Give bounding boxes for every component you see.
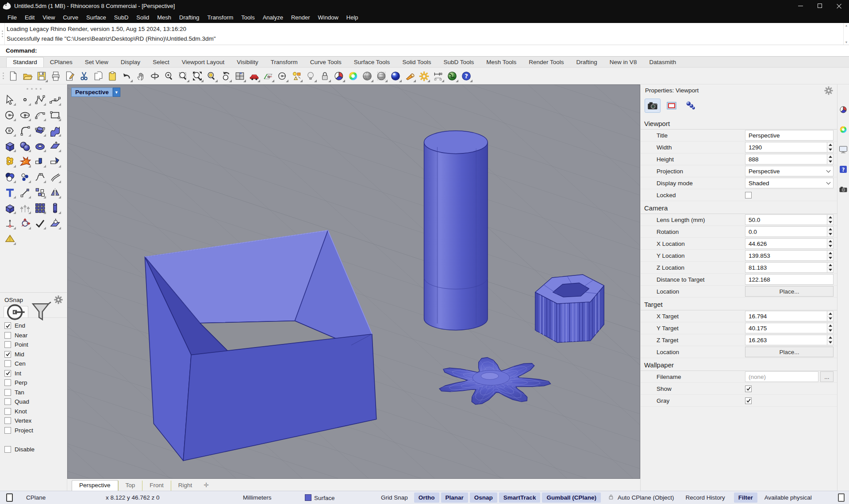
panel-strip-layer-pie-icon[interactable]: [838, 105, 848, 115]
array-copy-tool-icon[interactable]: [33, 185, 47, 199]
control-point-curve-tool-icon[interactable]: [48, 92, 62, 107]
prop-field-z-target[interactable]: 16.263: [745, 335, 827, 345]
prop-checkbox-locked[interactable]: [745, 192, 752, 199]
paste-icon[interactable]: [106, 69, 119, 83]
rectangular-array-tool-icon[interactable]: [33, 201, 47, 215]
prop-field-projection[interactable]: Perspective: [745, 166, 834, 176]
osnap-checkbox-end[interactable]: [4, 322, 11, 329]
zoom-icon[interactable]: [162, 69, 176, 83]
viewport-layout-icon[interactable]: [233, 69, 246, 83]
circle-center-icon[interactable]: [276, 69, 289, 83]
box-tool-icon[interactable]: [3, 139, 17, 153]
properties-frame-tab-icon[interactable]: [664, 99, 679, 112]
cplane-icon[interactable]: [261, 69, 275, 83]
polygon-tool-icon[interactable]: [3, 123, 17, 137]
surface-patch-tool-icon[interactable]: [33, 123, 47, 137]
ribbon-tab-curve-tools[interactable]: Curve Tools: [304, 57, 348, 67]
menu-help[interactable]: Help: [342, 11, 362, 23]
prop-spinner-y-target[interactable]: [827, 323, 834, 333]
right-panel-toggle-icon[interactable]: [838, 493, 845, 502]
earth-icon[interactable]: [446, 69, 459, 83]
text-tool-icon[interactable]: [3, 185, 17, 199]
palette-grip[interactable]: [3, 88, 65, 90]
status-toggle-filter[interactable]: Filter: [734, 493, 757, 503]
viewport-tab-perspective[interactable]: Perspective: [72, 480, 118, 491]
lock-icon[interactable]: [318, 69, 331, 83]
menu-file[interactable]: File: [4, 11, 21, 23]
move-tool-icon[interactable]: [18, 185, 32, 199]
cut-icon[interactable]: [77, 69, 91, 83]
menu-analyze[interactable]: Analyze: [259, 11, 287, 23]
prop-field-rotation[interactable]: 0.0: [745, 226, 827, 237]
units-label[interactable]: Millimeters: [243, 494, 292, 501]
ribbon-tab-render-tools[interactable]: Render Tools: [522, 57, 570, 67]
zoom-window-icon[interactable]: [177, 69, 190, 83]
polyline-tool-icon[interactable]: [33, 92, 47, 107]
edit-document-icon[interactable]: [63, 69, 77, 83]
prop-field-distance-to-target[interactable]: 122.168: [745, 274, 834, 285]
osnap-checkbox-tan[interactable]: [4, 389, 11, 396]
menu-subd[interactable]: SubD: [110, 11, 133, 23]
ribbon-tab-display[interactable]: Display: [115, 57, 146, 67]
menu-edit[interactable]: Edit: [21, 11, 38, 23]
ribbon-tab-solid-tools[interactable]: Solid Tools: [396, 57, 437, 67]
maximize-button[interactable]: [810, 0, 830, 11]
properties-material-tab-icon[interactable]: [683, 99, 698, 112]
ribbon-tab-standard[interactable]: Standard: [6, 57, 44, 67]
save-icon[interactable]: [35, 69, 48, 83]
zoom-selected-icon[interactable]: [205, 69, 218, 83]
properties-camera-tab-icon[interactable]: [645, 99, 660, 112]
ribbon-tab-drafting[interactable]: Drafting: [570, 57, 603, 67]
status-toggle-osnap[interactable]: Osnap: [470, 493, 497, 503]
ribbon-tab-subd-tools[interactable]: SubD Tools: [437, 57, 480, 67]
sphere-tool-icon[interactable]: [18, 139, 32, 153]
orient-on-surface-tool-icon[interactable]: [48, 216, 62, 230]
menu-curve[interactable]: Curve: [59, 11, 82, 23]
prop-spinner-height[interactable]: [827, 154, 834, 164]
circle-tool-icon[interactable]: [3, 108, 17, 122]
menu-render[interactable]: Render: [287, 11, 314, 23]
status-toggle-planar[interactable]: Planar: [441, 493, 468, 503]
cplane-widget-tool-icon[interactable]: [3, 216, 17, 230]
osnap-tab-snaps[interactable]: [4, 306, 28, 317]
prop-field-filename[interactable]: (none): [745, 371, 818, 382]
auto-cplane-label[interactable]: Auto CPlane (Object): [618, 494, 674, 501]
prop-field-y-location[interactable]: 139.853: [745, 250, 827, 261]
prop-field-height[interactable]: 888: [745, 154, 827, 164]
prop-field-display-mode[interactable]: Shaded: [745, 178, 834, 188]
layer-color-swatch[interactable]: [305, 494, 311, 501]
copy-icon[interactable]: [92, 69, 105, 83]
menu-solid[interactable]: Solid: [132, 11, 153, 23]
explosion-tool-icon[interactable]: [18, 154, 32, 168]
status-toggle-gumball-cplane-[interactable]: Gumball (CPlane): [542, 493, 601, 503]
selection-filter-icon[interactable]: [290, 69, 303, 83]
mirror-tool-icon[interactable]: [48, 185, 62, 199]
viewport-tab-right[interactable]: Right: [171, 481, 200, 491]
command-prompt[interactable]: Command:: [0, 45, 849, 57]
osnap-checkbox-disable[interactable]: [4, 446, 11, 453]
osnap-checkbox-mid[interactable]: [4, 351, 11, 358]
light-icon[interactable]: [304, 69, 317, 83]
osnap-gear-icon[interactable]: [54, 295, 63, 305]
loft-tool-icon[interactable]: [18, 201, 32, 215]
new-file-icon[interactable]: [7, 69, 20, 83]
pipe-tool-icon[interactable]: [48, 201, 62, 215]
prop-spinner-x-target[interactable]: [827, 311, 834, 321]
prop-spinner-z-location[interactable]: [827, 262, 834, 273]
check-tool-tool-icon[interactable]: [33, 216, 47, 230]
prop-field-x-location[interactable]: 44.626: [745, 238, 827, 249]
viewport-tab-top[interactable]: Top: [118, 481, 142, 491]
single-point-tool-icon[interactable]: [18, 92, 32, 107]
extrude-surface-tool-icon[interactable]: [48, 139, 62, 153]
prop-button-location[interactable]: Place...: [745, 286, 834, 297]
osnap-tab-filter[interactable]: [28, 306, 53, 317]
dimension-icon[interactable]: [431, 69, 445, 83]
osnap-checkbox-project[interactable]: [4, 427, 11, 434]
record-history-button[interactable]: Record History: [685, 494, 725, 501]
undo-view-icon[interactable]: [219, 69, 232, 83]
prop-spinner-width[interactable]: [827, 142, 834, 153]
viewport-tab-front[interactable]: Front: [142, 481, 171, 491]
zoom-extents-icon[interactable]: [191, 69, 204, 83]
pyramid-tool-icon[interactable]: [3, 232, 17, 246]
undo-icon[interactable]: [120, 69, 133, 83]
